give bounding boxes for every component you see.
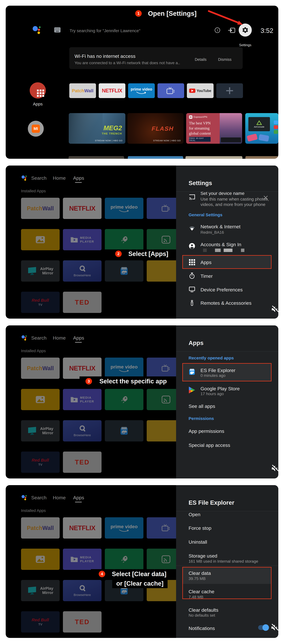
google-assistant-icon[interactable]: [22, 175, 28, 181]
app-tile-patchwall[interactable]: PatchWall: [21, 198, 60, 219]
menu-item-accounts[interactable]: Accounts & Sign In: [201, 242, 241, 247]
app-tile-redbull[interactable]: Red BullTV: [21, 611, 60, 632]
app-tile-prime[interactable]: prime video: [128, 83, 155, 98]
app-tile-netflix[interactable]: NETFLIX: [63, 198, 101, 219]
app-tile-prime[interactable]: prime video: [105, 517, 144, 538]
app-tile-browsehere[interactable]: BrowseHere: [63, 420, 101, 442]
app-item-google-play[interactable]: Google Play Store: [201, 386, 240, 392]
menu-item-uninstall[interactable]: Uninstall: [189, 539, 207, 545]
notifications-toggle[interactable]: [258, 625, 268, 630]
app-tile-prime[interactable]: prime video: [105, 198, 144, 219]
menu-item-open[interactable]: Open: [189, 512, 200, 517]
app-tile-add[interactable]: [216, 83, 243, 98]
tile-text: TED: [75, 458, 90, 466]
tab-apps[interactable]: Apps: [73, 175, 84, 181]
app-tile-youtube[interactable]: YouTube: [187, 83, 214, 98]
dismiss-button[interactable]: Dismiss: [216, 58, 234, 62]
app-tile-gallery[interactable]: [21, 389, 60, 410]
apps-rail-button[interactable]: [30, 82, 46, 98]
tile-text: MEDIAPLAYER: [80, 396, 94, 403]
drawer-header: ES File Explorer: [176, 485, 278, 511]
app-tile-netflix[interactable]: NETFLIX: [63, 517, 101, 538]
app-item-es-file-explorer[interactable]: ES File Explorer: [201, 368, 235, 373]
search-hint[interactable]: Try searching for "Jennifer Lawrence": [70, 28, 140, 33]
details-button[interactable]: Details: [191, 58, 210, 62]
app-tile-prime[interactable]: prime video: [105, 358, 144, 379]
menu-item-timer[interactable]: Timer: [201, 274, 213, 279]
tab-home[interactable]: Home: [53, 335, 66, 341]
app-tile-patchwall[interactable]: PatchWall: [21, 517, 60, 538]
menu-item-force-stop[interactable]: Force stop: [189, 526, 211, 531]
app-tile-airplay[interactable]: AirPlayMirror: [21, 420, 60, 442]
keyboard-icon[interactable]: [54, 27, 61, 32]
menu-item-device-preferences[interactable]: Device Preferences: [201, 287, 243, 292]
app-tile-ted[interactable]: TED: [63, 452, 101, 473]
banner-meg2[interactable]: MEG2 THE TRENCH STREAM NOW | HBO GO: [69, 113, 125, 144]
app-tile-ted[interactable]: TED: [63, 611, 101, 632]
app-tile-gallery[interactable]: [21, 229, 60, 250]
tab-apps[interactable]: Apps: [73, 335, 84, 341]
tile-text: TV: [38, 463, 42, 466]
apps-grid-icon: [37, 90, 39, 92]
app-tile-ted[interactable]: TED: [63, 292, 101, 313]
menu-item-clear-defaults[interactable]: Clear defaults: [189, 607, 218, 613]
toggle-knob: [262, 624, 269, 631]
gamepad-pink-art: [247, 134, 258, 142]
banner-airconsole[interactable]: AirConsole: [245, 113, 278, 144]
app-tile-patchwall[interactable]: PatchWall: [69, 83, 96, 98]
app-tile-gallery[interactable]: [21, 548, 60, 570]
app-tile-redbull[interactable]: Red BullTV: [21, 292, 60, 313]
browsehere-icon: [78, 265, 86, 273]
mi-account-button[interactable]: MI: [28, 121, 44, 136]
rss-feed-icon: [162, 236, 170, 244]
vpn-line3: global content: [189, 131, 211, 136]
menu-item-clear-cache[interactable]: Clear cache: [189, 589, 214, 594]
app-tile-redbull[interactable]: Red BullTV: [21, 452, 60, 473]
menu-item-special-app-access[interactable]: Special app access: [189, 442, 230, 448]
app-tile-rocket[interactable]: [105, 548, 144, 570]
tab-apps[interactable]: Apps: [73, 495, 84, 500]
app-tile-tv[interactable]: [158, 83, 184, 98]
app-tile-airplay[interactable]: AirPlayMirror: [21, 580, 60, 601]
app-tile-browsehere[interactable]: BrowseHere: [63, 260, 101, 282]
app-tile-browsehere[interactable]: BrowseHere: [63, 580, 101, 601]
menu-item-notifications[interactable]: Notifications: [189, 626, 215, 631]
prime-smile-icon: [119, 529, 129, 532]
google-assistant-icon[interactable]: [22, 494, 28, 501]
menu-item-storage-used[interactable]: Storage used: [189, 553, 217, 559]
app-tile-es[interactable]: ES: [105, 260, 144, 282]
menu-item-network[interactable]: Network & Internet: [201, 224, 240, 230]
google-assistant-icon[interactable]: [22, 335, 28, 341]
banner-expressvpn[interactable]: ExpressVPN The best VPN for streaming gl…: [186, 113, 242, 144]
tab-home[interactable]: Home: [53, 175, 66, 181]
tab-home[interactable]: Home: [53, 495, 66, 500]
google-assistant-icon[interactable]: [33, 25, 41, 34]
app-tile-mediaplayer[interactable]: MEDIAPLAYER: [63, 229, 101, 250]
app-tile-mediaplayer[interactable]: MEDIAPLAYER: [63, 548, 101, 570]
tab-search[interactable]: Search: [31, 495, 47, 500]
menu-item-remotes[interactable]: Remotes & Accessories: [201, 300, 251, 306]
step-3-badge: 3: [85, 378, 92, 384]
app-tile-rocket[interactable]: [105, 229, 144, 250]
device-name-title[interactable]: Set your device name: [201, 192, 244, 196]
tile-text: Mirror: [42, 431, 53, 435]
tab-search[interactable]: Search: [31, 175, 47, 181]
vpn-trial-button[interactable]: FREE 30-DAY TRIAL: [189, 137, 211, 142]
app-tile-rocket[interactable]: [105, 389, 144, 410]
app-tile-es[interactable]: ES: [105, 420, 144, 442]
tile-text: PLAYER: [80, 400, 94, 403]
app-tile-netflix[interactable]: NETFLIX: [99, 83, 125, 98]
app-tile-netflix[interactable]: NETFLIX: [63, 358, 101, 379]
app-tile-patchwall[interactable]: PatchWall: [21, 358, 60, 379]
tab-search[interactable]: Search: [31, 335, 47, 341]
app-tile-airplay[interactable]: AirPlayMirror: [21, 260, 60, 282]
menu-item-see-all-apps[interactable]: See all apps: [189, 404, 215, 409]
banner-flash[interactable]: FLASH STREAM NOW | HBO GO: [127, 113, 184, 144]
menu-item-clear-data[interactable]: Clear data: [189, 570, 211, 576]
tile-text: MEDIA: [80, 556, 94, 559]
app-tile-mediaplayer[interactable]: MEDIAPLAYER: [63, 389, 101, 410]
close-icon[interactable]: [263, 195, 268, 200]
menu-item-app-permissions[interactable]: App permissions: [189, 428, 224, 434]
step-2-badge: 2: [115, 250, 122, 257]
menu-item-apps[interactable]: Apps: [201, 260, 212, 265]
